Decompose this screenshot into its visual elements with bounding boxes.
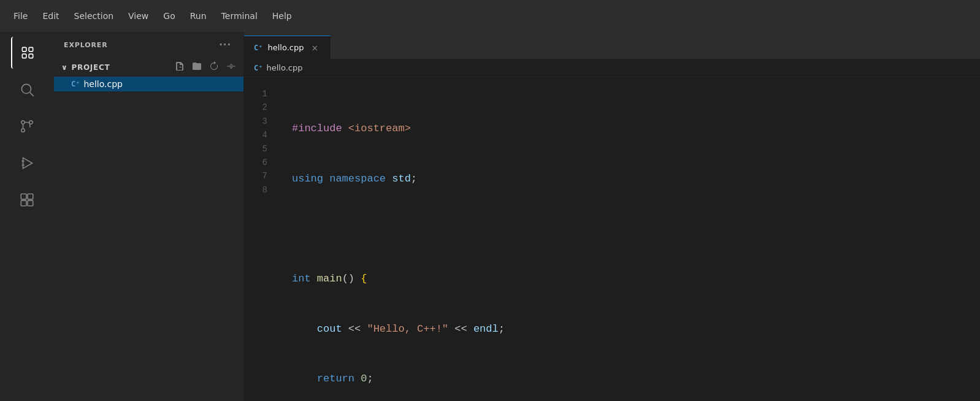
breadcrumb-file-icon: C⁺ — [254, 64, 262, 72]
line-num-2: 2 — [244, 101, 282, 114]
code-line-1: #include <iostream> — [292, 120, 980, 137]
line-num-5: 5 — [244, 142, 282, 156]
tab-hello-cpp-label: hello.cpp — [267, 43, 304, 52]
project-title-left: ∨ PROJECT — [61, 63, 110, 72]
code-editor[interactable]: 1 2 3 4 5 6 7 8 #include <iostream> usin… — [244, 77, 980, 401]
menu-terminal[interactable]: Terminal — [215, 7, 264, 25]
code-line-4: int main() { — [292, 270, 980, 287]
line-numbers: 1 2 3 4 5 6 7 8 — [244, 77, 282, 401]
menubar: File Edit Selection View Go Run Terminal… — [0, 0, 980, 32]
svg-point-6 — [21, 129, 25, 132]
svg-rect-15 — [21, 200, 26, 206]
project-title-label: PROJECT — [71, 63, 110, 72]
svg-rect-3 — [29, 54, 33, 58]
menu-run[interactable]: Run — [184, 7, 213, 25]
activity-run-debug[interactable] — [11, 147, 43, 179]
svg-rect-14 — [28, 200, 33, 206]
line-num-1: 1 — [244, 87, 282, 101]
svg-rect-0 — [22, 47, 26, 52]
activity-source-control[interactable] — [11, 110, 43, 142]
tab-bar: C⁺ hello.cpp × — [244, 32, 980, 59]
new-folder-icon[interactable] — [189, 60, 204, 74]
svg-rect-12 — [21, 194, 26, 199]
menu-go[interactable]: Go — [157, 7, 181, 25]
explorer-header: EXPLORER ··· — [54, 32, 243, 58]
explorer-title: EXPLORER — [64, 41, 108, 49]
main-layout: EXPLORER ··· ∨ PROJECT — [0, 32, 980, 401]
sidebar: EXPLORER ··· ∨ PROJECT — [54, 32, 244, 401]
svg-rect-1 — [22, 54, 26, 58]
svg-rect-16 — [179, 67, 182, 67]
cpp-file-icon: C⁺ — [71, 80, 80, 88]
project-section: ∨ PROJECT — [54, 58, 243, 91]
tab-cpp-icon: C⁺ — [254, 44, 262, 52]
new-file-icon[interactable] — [172, 60, 187, 74]
collapse-all-icon[interactable] — [224, 60, 239, 74]
tab-close-icon[interactable]: × — [308, 42, 321, 54]
line-num-4: 4 — [244, 128, 282, 142]
activity-extensions[interactable] — [11, 184, 43, 216]
code-content[interactable]: #include <iostream> using namespace std;… — [282, 77, 980, 401]
code-line-5: cout << "Hello, C++!" << endl; — [292, 321, 980, 337]
code-line-3 — [292, 221, 980, 237]
svg-point-8 — [21, 121, 25, 124]
code-line-2: using namespace std; — [292, 170, 980, 187]
editor-area: C⁺ hello.cpp × C⁺ hello.cpp 1 2 3 4 5 6 … — [244, 32, 980, 401]
explorer-more-icon[interactable]: ··· — [216, 38, 234, 52]
svg-rect-2 — [29, 47, 33, 52]
refresh-icon[interactable] — [207, 60, 221, 74]
svg-marker-9 — [23, 158, 33, 168]
breadcrumb: C⁺ hello.cpp — [244, 59, 980, 77]
svg-point-4 — [21, 84, 31, 93]
activity-bar — [0, 32, 54, 401]
breadcrumb-filename: hello.cpp — [266, 63, 302, 72]
line-num-7: 7 — [244, 169, 282, 183]
activity-explorer[interactable] — [11, 37, 43, 69]
menu-help[interactable]: Help — [266, 7, 298, 25]
project-title-row[interactable]: ∨ PROJECT — [54, 58, 243, 77]
file-name-hello-cpp: hello.cpp — [83, 79, 123, 89]
menu-file[interactable]: File — [7, 7, 34, 25]
tab-hello-cpp[interactable]: C⁺ hello.cpp × — [244, 36, 331, 59]
line-num-3: 3 — [244, 115, 282, 128]
svg-line-5 — [30, 93, 34, 96]
project-chevron-icon: ∨ — [61, 63, 67, 72]
line-num-6: 6 — [244, 156, 282, 169]
explorer-header-icons: ··· — [216, 38, 234, 52]
project-title-icons — [172, 60, 239, 74]
menu-view[interactable]: View — [122, 7, 155, 25]
activity-search[interactable] — [11, 74, 43, 105]
svg-rect-13 — [28, 194, 33, 199]
menu-edit[interactable]: Edit — [36, 7, 65, 25]
file-item-hello-cpp[interactable]: C⁺ hello.cpp — [54, 77, 243, 91]
menu-selection[interactable]: Selection — [68, 7, 120, 25]
code-line-6: return 0; — [292, 370, 980, 387]
line-num-8: 8 — [244, 183, 282, 197]
